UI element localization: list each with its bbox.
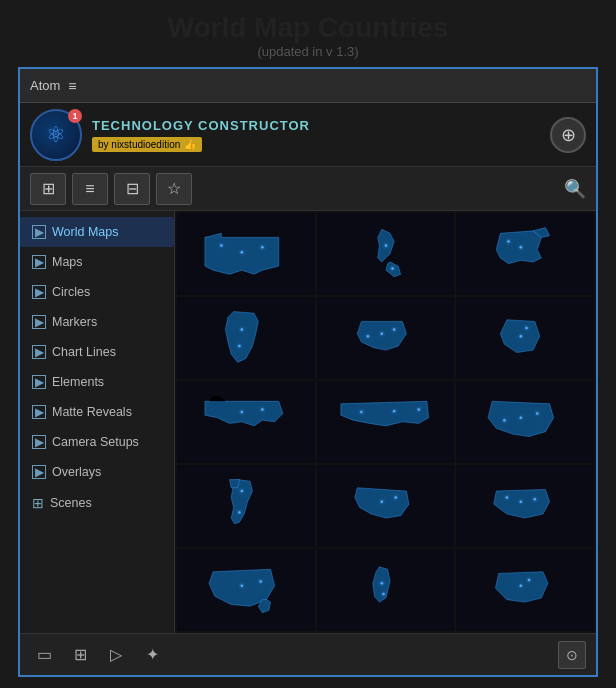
chart-lines-icon: ▶ bbox=[32, 345, 46, 359]
thumb-usa[interactable] bbox=[177, 213, 315, 295]
markers-label: Markers bbox=[52, 315, 97, 329]
svg-point-28 bbox=[534, 498, 536, 500]
sidebar: ▶ World Maps ▶ Maps ▶ Circles ▶ Markers … bbox=[20, 211, 175, 633]
svg-point-16 bbox=[360, 411, 362, 413]
world-maps-label: World Maps bbox=[52, 225, 118, 239]
svg-point-19 bbox=[520, 417, 522, 419]
thumb-taiwan[interactable] bbox=[317, 549, 455, 631]
svg-point-5 bbox=[520, 246, 522, 248]
svg-point-12 bbox=[520, 335, 522, 337]
sidebar-item-elements[interactable]: ▶ Elements bbox=[20, 367, 174, 397]
svg-point-32 bbox=[382, 593, 384, 595]
thumb-south-america[interactable] bbox=[177, 297, 315, 379]
matte-reveals-label: Matte Reveals bbox=[52, 405, 132, 419]
svg-point-30 bbox=[259, 581, 261, 583]
page-title: World Map Countries bbox=[167, 12, 448, 44]
logo-atom-icon: ⚛ bbox=[46, 122, 66, 148]
sidebar-item-matte-reveals[interactable]: ▶ Matte Reveals bbox=[20, 397, 174, 427]
svg-point-15 bbox=[261, 408, 263, 410]
thumb-italy[interactable] bbox=[177, 465, 315, 547]
overlays-label: Overlays bbox=[52, 465, 101, 479]
thumb-spain[interactable] bbox=[456, 465, 594, 547]
svg-point-7 bbox=[240, 329, 242, 331]
svg-point-0 bbox=[240, 251, 242, 253]
svg-point-23 bbox=[238, 511, 240, 513]
sidebar-item-camera-setups[interactable]: ▶ Camera Setups bbox=[20, 427, 174, 457]
bottom-grid-icon[interactable]: ⊞ bbox=[66, 641, 94, 669]
bottom-search-icon[interactable]: ⊙ bbox=[558, 641, 586, 669]
thumb-france[interactable] bbox=[456, 297, 594, 379]
bottom-settings-icon[interactable]: ✦ bbox=[138, 641, 166, 669]
svg-point-14 bbox=[240, 411, 242, 413]
toolbar-icon-grid[interactable]: ⊟ bbox=[114, 173, 150, 205]
toolbar-icon-list[interactable]: ≡ bbox=[72, 173, 108, 205]
svg-point-29 bbox=[240, 585, 242, 587]
svg-point-11 bbox=[366, 335, 368, 337]
bottom-panel-icon[interactable]: ▭ bbox=[30, 641, 58, 669]
thumb-icon: 👍 bbox=[184, 139, 196, 150]
svg-point-26 bbox=[520, 501, 522, 503]
svg-point-34 bbox=[528, 579, 530, 581]
thumb-europe-north[interactable] bbox=[456, 213, 594, 295]
sidebar-item-world-maps[interactable]: ▶ World Maps bbox=[20, 217, 174, 247]
toolbar-icon-star[interactable]: ☆ bbox=[156, 173, 192, 205]
svg-point-18 bbox=[417, 408, 419, 410]
author-label: by nixstudioedition bbox=[98, 139, 180, 150]
svg-point-8 bbox=[238, 345, 240, 347]
sidebar-item-circles[interactable]: ▶ Circles bbox=[20, 277, 174, 307]
markers-icon: ▶ bbox=[32, 315, 46, 329]
svg-point-3 bbox=[384, 245, 386, 247]
header-info: TECHNOLOGY CONSTRUCTOR by nixstudioediti… bbox=[92, 118, 310, 152]
svg-point-10 bbox=[392, 329, 394, 331]
thumb-japan[interactable] bbox=[317, 213, 455, 295]
thumb-canada[interactable] bbox=[177, 381, 315, 463]
top-bar: Atom ≡ bbox=[20, 69, 596, 103]
app-window: Atom ≡ ⚛ 1 TECHNOLOGY CONSTRUCTOR by nix… bbox=[18, 67, 598, 677]
thumb-china[interactable] bbox=[456, 381, 594, 463]
thumbnail-grid bbox=[175, 211, 596, 633]
logo: ⚛ 1 bbox=[30, 109, 82, 161]
search-icon[interactable]: 🔍 bbox=[564, 178, 586, 200]
svg-point-6 bbox=[508, 240, 510, 242]
svg-point-21 bbox=[503, 419, 505, 421]
svg-point-24 bbox=[380, 501, 382, 503]
bottom-bar: ▭ ⊞ ▷ ✦ ⊙ bbox=[20, 633, 596, 675]
bottom-play-icon[interactable]: ▷ bbox=[102, 641, 130, 669]
svg-point-27 bbox=[506, 497, 508, 499]
svg-point-9 bbox=[380, 333, 382, 335]
svg-point-4 bbox=[391, 268, 393, 270]
sidebar-item-overlays[interactable]: ▶ Overlays bbox=[20, 457, 174, 487]
sidebar-item-markers[interactable]: ▶ Markers bbox=[20, 307, 174, 337]
svg-point-17 bbox=[392, 410, 394, 412]
compass-button[interactable]: ⊕ bbox=[550, 117, 586, 153]
svg-point-13 bbox=[526, 327, 528, 329]
elements-label: Elements bbox=[52, 375, 104, 389]
overlays-icon: ▶ bbox=[32, 465, 46, 479]
svg-point-31 bbox=[380, 582, 382, 584]
scenes-icon: ⊞ bbox=[32, 495, 44, 511]
svg-point-20 bbox=[536, 413, 538, 415]
svg-point-2 bbox=[261, 246, 263, 248]
menu-icon[interactable]: ≡ bbox=[68, 78, 76, 94]
toolbar-icon-person[interactable]: ⊞ bbox=[30, 173, 66, 205]
page-subtitle: (updated in v 1.3) bbox=[257, 44, 358, 59]
matte-reveals-icon: ▶ bbox=[32, 405, 46, 419]
sidebar-item-chart-lines[interactable]: ▶ Chart Lines bbox=[20, 337, 174, 367]
svg-point-33 bbox=[520, 585, 522, 587]
thumb-russia[interactable] bbox=[317, 381, 455, 463]
circles-icon: ▶ bbox=[32, 285, 46, 299]
svg-point-1 bbox=[220, 245, 222, 247]
author-badge[interactable]: by nixstudioedition 👍 bbox=[92, 137, 202, 152]
sidebar-item-maps[interactable]: ▶ Maps bbox=[20, 247, 174, 277]
thumb-middle-east[interactable] bbox=[317, 297, 455, 379]
thumb-australia[interactable] bbox=[177, 549, 315, 631]
notification-badge: 1 bbox=[68, 109, 82, 123]
atom-label: Atom bbox=[30, 78, 60, 93]
main-content: ▶ World Maps ▶ Maps ▶ Circles ▶ Markers … bbox=[20, 211, 596, 633]
maps-label: Maps bbox=[52, 255, 83, 269]
thumb-spain2[interactable] bbox=[456, 549, 594, 631]
camera-setups-icon: ▶ bbox=[32, 435, 46, 449]
svg-point-25 bbox=[394, 497, 396, 499]
thumb-china2[interactable] bbox=[317, 465, 455, 547]
sidebar-scenes[interactable]: ⊞ Scenes bbox=[20, 487, 174, 519]
